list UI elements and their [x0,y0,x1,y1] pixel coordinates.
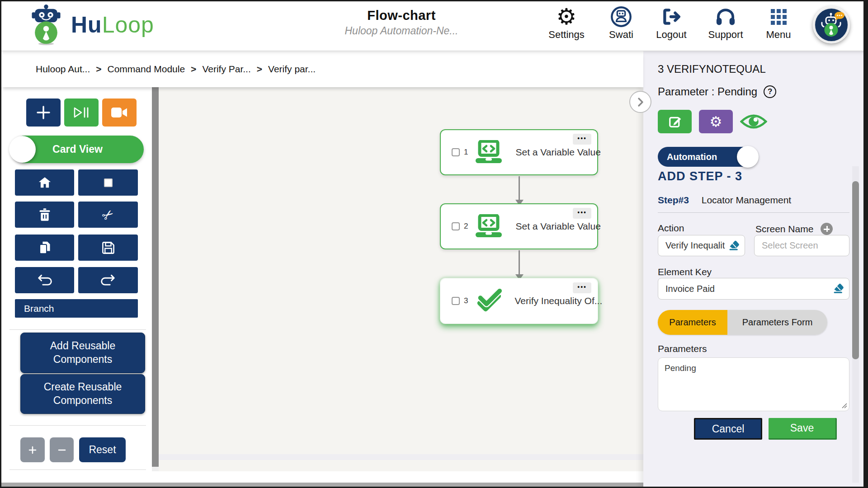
tab-parameters-form[interactable]: Parameters Form [727,310,827,335]
page-subtitle: Huloop Automation-Ne... [344,25,458,37]
breadcrumb-item-command-module[interactable]: Command Module [108,64,185,75]
cancel-button[interactable]: Cancel [694,418,762,440]
scissors-icon: ✂ [99,205,118,224]
brand-text: HuLoop [71,12,154,38]
breadcrumb-item-verify-current[interactable]: Verify par... [268,64,316,75]
page-title: Flow-chart [344,8,458,23]
step-settings-button[interactable]: ⚙ [699,110,733,133]
action-label: Action [658,223,684,234]
eraser-icon[interactable] [832,282,845,296]
flow-arrow [519,176,520,200]
save-button[interactable]: Save [769,418,837,440]
edit-step-button[interactable] [658,110,692,133]
nav-menu[interactable]: Menu [760,5,797,41]
create-reusable-label: Create Reusable Components [33,380,133,408]
node-2-checkbox[interactable] [452,222,460,230]
nav-logout[interactable]: Logout [651,5,692,41]
nav-user[interactable]: Swati [603,5,640,41]
preview-button[interactable] [740,113,767,131]
node-1-number: 1 [464,148,468,157]
delete-button[interactable] [15,202,74,228]
add-reusable-components-button[interactable]: Add Reusable Components [20,333,145,373]
tab-parameters[interactable]: Parameters [658,310,727,335]
step-name-label: Locator Management [702,195,791,205]
element-key-wrap [658,278,849,300]
parameters-tabs: Parameters Parameters Form [658,310,827,335]
add-reusable-label: Add Reusable Components [33,339,133,366]
floppy-save-icon [102,241,115,254]
minus-icon [58,446,66,454]
panel-scrollbar-thumb[interactable] [852,181,859,359]
zoom-out-button[interactable] [50,437,74,462]
breadcrumb-item-module[interactable]: Huloop Aut... [36,64,90,75]
undo-button[interactable] [15,267,74,293]
plus-icon [36,105,51,120]
bottom-strip [1,471,643,483]
parameter-line: Parameter : Pending ? [658,85,776,98]
add-step-button[interactable] [26,99,61,127]
redo-button[interactable] [78,267,138,293]
home-icon [38,176,52,189]
screen-input-wrap [754,235,849,256]
node-3-menu-button[interactable]: ••• [573,282,591,293]
node-2-menu-button[interactable]: ••• [573,208,591,219]
step-number-label: Step#3 [658,195,689,205]
branch-palette-item[interactable]: Branch [15,299,138,318]
canvas-band [159,454,643,460]
panel-scrollbar[interactable] [852,166,859,483]
flow-node-2[interactable]: 2 Set a Variable Value ••• [440,203,598,249]
grid-menu-icon [771,9,787,25]
plus-icon [28,446,37,454]
nav-support[interactable]: Support [702,5,749,41]
screen-name-input[interactable] [754,235,849,256]
step-line: Step#3 Locator Management [658,195,791,206]
nav-logout-label: Logout [651,29,692,41]
avatar[interactable] [813,6,850,43]
flow-canvas: 1 Set a Variable Value ••• 2 [159,87,643,471]
zoom-in-button[interactable] [20,437,45,462]
add-screen-icon[interactable] [821,223,833,235]
flow-node-3[interactable]: 3 Verify Inequality Of... ••• [440,278,598,324]
cut-button[interactable]: ✂ [78,202,138,228]
logout-icon [661,8,681,26]
element-key-input[interactable] [658,278,849,300]
node-3-checkbox[interactable] [452,297,460,305]
brand-loop: Loop [102,12,154,38]
home-button[interactable] [15,169,74,196]
flow-node-1[interactable]: 1 Set a Variable Value ••• [440,129,598,175]
horizontal-scrollbar[interactable] [1,483,643,488]
automation-toggle[interactable]: Automation [658,147,755,167]
parameters-textarea[interactable]: Pending [658,357,849,411]
nav-support-label: Support [702,29,749,41]
gear-icon: ⚙ [557,6,577,28]
panel-collapse-button[interactable] [629,91,651,113]
laptop-code-icon [474,140,503,164]
reset-zoom-button[interactable]: Reset [79,437,126,462]
node-2-label: Set a Variable Value [515,221,600,232]
nav-settings[interactable]: ⚙ Settings [546,5,587,41]
save-flow-button[interactable] [78,235,138,261]
node-1-menu-button[interactable]: ••• [573,134,591,145]
card-view-label: Card View [11,136,144,163]
eraser-icon[interactable] [728,239,741,253]
record-button[interactable] [102,99,137,127]
breadcrumb-item-verify-parent[interactable]: Verify Par... [202,64,250,75]
play-pause-icon [72,107,90,118]
node-1-checkbox[interactable] [452,148,460,156]
double-check-icon [474,289,502,313]
create-reusable-components-button[interactable]: Create Reusable Components [20,374,145,414]
sidebar-scrollbar[interactable] [152,87,159,471]
card-view-toggle[interactable]: Card View [11,136,144,163]
app-window: HuLoop Flow-chart Huloop Automation-Ne..… [0,0,868,488]
copy-icon [38,241,51,254]
divider [9,425,146,426]
run-pause-button[interactable] [64,99,99,127]
step-properties-panel: 3 VERIFYNOTEQUAL Parameter : Pending ? ⚙ [643,51,863,488]
copy-button[interactable] [15,235,74,261]
robot-user-icon [610,6,632,28]
stop-button[interactable] [78,169,138,196]
chevron-right-icon [637,97,644,107]
help-icon[interactable]: ? [764,85,776,98]
divider [9,469,146,470]
sidebar-scrollbar-thumb[interactable] [152,87,159,467]
